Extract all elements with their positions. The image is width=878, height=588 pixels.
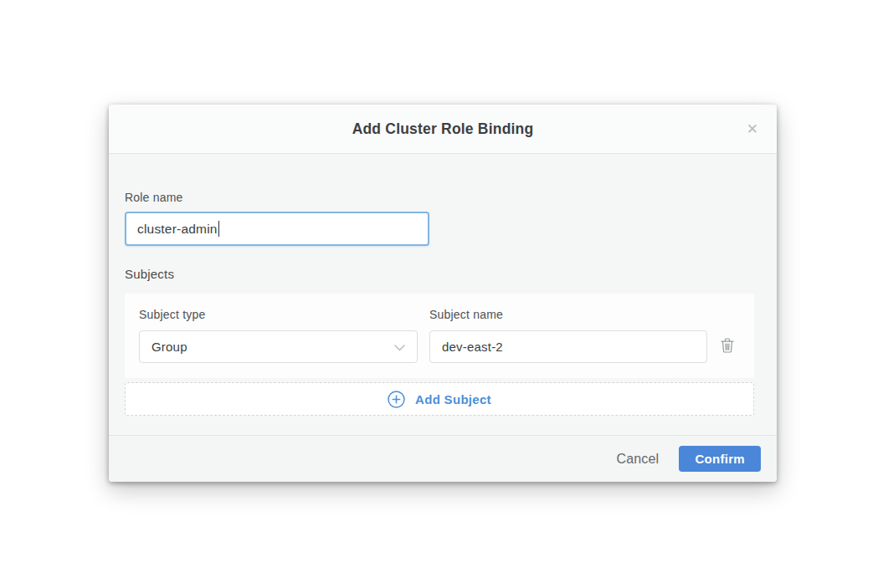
delete-subject-button[interactable] [719, 336, 736, 355]
cancel-button[interactable]: Cancel [609, 447, 665, 472]
modal-header: Add Cluster Role Binding ✕ [109, 105, 777, 154]
subject-type-label: Subject type [139, 308, 418, 321]
role-name-input[interactable]: cluster-admin [125, 212, 429, 246]
modal-title: Add Cluster Role Binding [352, 120, 534, 138]
subject-name-column: Subject name [429, 308, 707, 363]
plus-circle-icon [388, 391, 405, 408]
chevron-down-icon [394, 340, 405, 354]
trash-icon [721, 343, 734, 355]
add-subject-label: Add Subject [415, 392, 491, 406]
page-background: Add Cluster Role Binding ✕ Role name clu… [0, 0, 878, 588]
subject-name-input[interactable] [429, 330, 707, 363]
close-icon[interactable]: ✕ [743, 119, 762, 140]
subject-row: Subject type Group Subject name [125, 294, 754, 378]
subjects-section-label: Subjects [125, 267, 754, 281]
subject-type-column: Subject type Group [139, 308, 418, 363]
confirm-button[interactable]: Confirm [679, 446, 761, 472]
modal-body: Role name cluster-admin Subjects Subject… [109, 154, 777, 435]
role-name-value: cluster-admin [137, 222, 218, 237]
subject-type-value: Group [151, 340, 187, 354]
role-name-label: Role name [125, 191, 754, 204]
subject-name-label: Subject name [429, 308, 707, 321]
add-subject-button[interactable]: Add Subject [125, 382, 754, 416]
subject-type-select[interactable]: Group [139, 330, 418, 363]
text-caret [218, 221, 220, 237]
add-cluster-role-binding-modal: Add Cluster Role Binding ✕ Role name clu… [109, 105, 777, 482]
modal-footer: Cancel Confirm [109, 435, 777, 482]
